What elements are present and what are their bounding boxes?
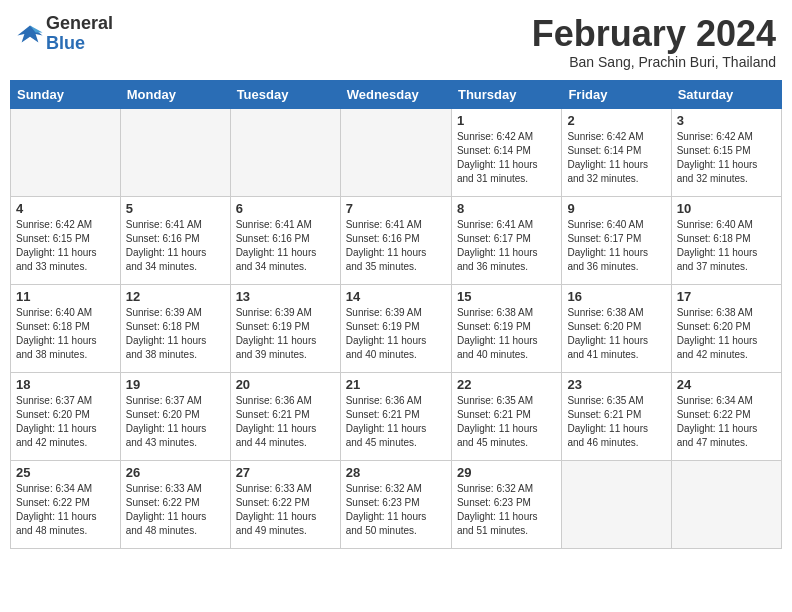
day-number: 18 bbox=[16, 377, 115, 392]
calendar-cell: 9Sunrise: 6:40 AM Sunset: 6:17 PM Daylig… bbox=[562, 196, 671, 284]
day-number: 5 bbox=[126, 201, 225, 216]
day-info: Sunrise: 6:33 AM Sunset: 6:22 PM Dayligh… bbox=[236, 482, 335, 538]
day-info: Sunrise: 6:42 AM Sunset: 6:15 PM Dayligh… bbox=[16, 218, 115, 274]
week-row-2: 4Sunrise: 6:42 AM Sunset: 6:15 PM Daylig… bbox=[11, 196, 782, 284]
day-number: 20 bbox=[236, 377, 335, 392]
weekday-header-saturday: Saturday bbox=[671, 80, 781, 108]
day-number: 26 bbox=[126, 465, 225, 480]
calendar-cell bbox=[340, 108, 451, 196]
day-number: 6 bbox=[236, 201, 335, 216]
day-number: 13 bbox=[236, 289, 335, 304]
calendar-cell bbox=[671, 460, 781, 548]
day-info: Sunrise: 6:36 AM Sunset: 6:21 PM Dayligh… bbox=[236, 394, 335, 450]
day-number: 12 bbox=[126, 289, 225, 304]
day-number: 24 bbox=[677, 377, 776, 392]
day-info: Sunrise: 6:42 AM Sunset: 6:15 PM Dayligh… bbox=[677, 130, 776, 186]
day-number: 17 bbox=[677, 289, 776, 304]
calendar-cell bbox=[230, 108, 340, 196]
week-row-4: 18Sunrise: 6:37 AM Sunset: 6:20 PM Dayli… bbox=[11, 372, 782, 460]
day-info: Sunrise: 6:40 AM Sunset: 6:17 PM Dayligh… bbox=[567, 218, 665, 274]
day-info: Sunrise: 6:35 AM Sunset: 6:21 PM Dayligh… bbox=[567, 394, 665, 450]
calendar-cell: 20Sunrise: 6:36 AM Sunset: 6:21 PM Dayli… bbox=[230, 372, 340, 460]
calendar-cell bbox=[11, 108, 121, 196]
calendar-cell: 1Sunrise: 6:42 AM Sunset: 6:14 PM Daylig… bbox=[451, 108, 561, 196]
day-number: 2 bbox=[567, 113, 665, 128]
month-title: February 2024 bbox=[532, 14, 776, 54]
day-number: 28 bbox=[346, 465, 446, 480]
day-info: Sunrise: 6:41 AM Sunset: 6:16 PM Dayligh… bbox=[126, 218, 225, 274]
weekday-header-sunday: Sunday bbox=[11, 80, 121, 108]
weekday-header-row: SundayMondayTuesdayWednesdayThursdayFrid… bbox=[11, 80, 782, 108]
day-info: Sunrise: 6:36 AM Sunset: 6:21 PM Dayligh… bbox=[346, 394, 446, 450]
logo-text: General Blue bbox=[46, 14, 113, 54]
day-info: Sunrise: 6:35 AM Sunset: 6:21 PM Dayligh… bbox=[457, 394, 556, 450]
day-number: 27 bbox=[236, 465, 335, 480]
day-info: Sunrise: 6:40 AM Sunset: 6:18 PM Dayligh… bbox=[16, 306, 115, 362]
calendar-cell: 18Sunrise: 6:37 AM Sunset: 6:20 PM Dayli… bbox=[11, 372, 121, 460]
calendar-cell: 26Sunrise: 6:33 AM Sunset: 6:22 PM Dayli… bbox=[120, 460, 230, 548]
calendar-cell: 17Sunrise: 6:38 AM Sunset: 6:20 PM Dayli… bbox=[671, 284, 781, 372]
day-info: Sunrise: 6:33 AM Sunset: 6:22 PM Dayligh… bbox=[126, 482, 225, 538]
day-number: 4 bbox=[16, 201, 115, 216]
calendar-cell bbox=[562, 460, 671, 548]
title-block: February 2024 Ban Sang, Prachin Buri, Th… bbox=[532, 14, 776, 70]
calendar-cell: 29Sunrise: 6:32 AM Sunset: 6:23 PM Dayli… bbox=[451, 460, 561, 548]
calendar-cell: 12Sunrise: 6:39 AM Sunset: 6:18 PM Dayli… bbox=[120, 284, 230, 372]
calendar-cell: 28Sunrise: 6:32 AM Sunset: 6:23 PM Dayli… bbox=[340, 460, 451, 548]
calendar-cell: 5Sunrise: 6:41 AM Sunset: 6:16 PM Daylig… bbox=[120, 196, 230, 284]
weekday-header-tuesday: Tuesday bbox=[230, 80, 340, 108]
logo-icon bbox=[16, 20, 44, 48]
calendar-cell: 27Sunrise: 6:33 AM Sunset: 6:22 PM Dayli… bbox=[230, 460, 340, 548]
day-info: Sunrise: 6:39 AM Sunset: 6:19 PM Dayligh… bbox=[236, 306, 335, 362]
calendar-cell: 15Sunrise: 6:38 AM Sunset: 6:19 PM Dayli… bbox=[451, 284, 561, 372]
calendar-cell: 8Sunrise: 6:41 AM Sunset: 6:17 PM Daylig… bbox=[451, 196, 561, 284]
day-number: 15 bbox=[457, 289, 556, 304]
week-row-1: 1Sunrise: 6:42 AM Sunset: 6:14 PM Daylig… bbox=[11, 108, 782, 196]
day-number: 19 bbox=[126, 377, 225, 392]
day-info: Sunrise: 6:38 AM Sunset: 6:20 PM Dayligh… bbox=[567, 306, 665, 362]
calendar-cell: 24Sunrise: 6:34 AM Sunset: 6:22 PM Dayli… bbox=[671, 372, 781, 460]
calendar-cell bbox=[120, 108, 230, 196]
day-info: Sunrise: 6:34 AM Sunset: 6:22 PM Dayligh… bbox=[16, 482, 115, 538]
day-info: Sunrise: 6:41 AM Sunset: 6:16 PM Dayligh… bbox=[346, 218, 446, 274]
weekday-header-thursday: Thursday bbox=[451, 80, 561, 108]
calendar-cell: 6Sunrise: 6:41 AM Sunset: 6:16 PM Daylig… bbox=[230, 196, 340, 284]
weekday-header-friday: Friday bbox=[562, 80, 671, 108]
calendar-cell: 19Sunrise: 6:37 AM Sunset: 6:20 PM Dayli… bbox=[120, 372, 230, 460]
day-info: Sunrise: 6:32 AM Sunset: 6:23 PM Dayligh… bbox=[346, 482, 446, 538]
day-number: 25 bbox=[16, 465, 115, 480]
calendar-cell: 25Sunrise: 6:34 AM Sunset: 6:22 PM Dayli… bbox=[11, 460, 121, 548]
day-number: 22 bbox=[457, 377, 556, 392]
day-info: Sunrise: 6:37 AM Sunset: 6:20 PM Dayligh… bbox=[16, 394, 115, 450]
day-number: 21 bbox=[346, 377, 446, 392]
calendar-cell: 11Sunrise: 6:40 AM Sunset: 6:18 PM Dayli… bbox=[11, 284, 121, 372]
calendar-cell: 16Sunrise: 6:38 AM Sunset: 6:20 PM Dayli… bbox=[562, 284, 671, 372]
week-row-5: 25Sunrise: 6:34 AM Sunset: 6:22 PM Dayli… bbox=[11, 460, 782, 548]
weekday-header-monday: Monday bbox=[120, 80, 230, 108]
logo: General Blue bbox=[16, 14, 113, 54]
day-number: 8 bbox=[457, 201, 556, 216]
day-info: Sunrise: 6:38 AM Sunset: 6:19 PM Dayligh… bbox=[457, 306, 556, 362]
day-info: Sunrise: 6:32 AM Sunset: 6:23 PM Dayligh… bbox=[457, 482, 556, 538]
logo-general-text: General bbox=[46, 14, 113, 34]
day-info: Sunrise: 6:42 AM Sunset: 6:14 PM Dayligh… bbox=[567, 130, 665, 186]
day-number: 29 bbox=[457, 465, 556, 480]
day-number: 9 bbox=[567, 201, 665, 216]
location-title: Ban Sang, Prachin Buri, Thailand bbox=[532, 54, 776, 70]
day-number: 3 bbox=[677, 113, 776, 128]
day-info: Sunrise: 6:42 AM Sunset: 6:14 PM Dayligh… bbox=[457, 130, 556, 186]
calendar-cell: 14Sunrise: 6:39 AM Sunset: 6:19 PM Dayli… bbox=[340, 284, 451, 372]
day-info: Sunrise: 6:38 AM Sunset: 6:20 PM Dayligh… bbox=[677, 306, 776, 362]
page-header: General Blue February 2024 Ban Sang, Pra… bbox=[10, 10, 782, 74]
day-number: 7 bbox=[346, 201, 446, 216]
calendar-table: SundayMondayTuesdayWednesdayThursdayFrid… bbox=[10, 80, 782, 549]
day-info: Sunrise: 6:40 AM Sunset: 6:18 PM Dayligh… bbox=[677, 218, 776, 274]
day-info: Sunrise: 6:41 AM Sunset: 6:16 PM Dayligh… bbox=[236, 218, 335, 274]
day-info: Sunrise: 6:41 AM Sunset: 6:17 PM Dayligh… bbox=[457, 218, 556, 274]
week-row-3: 11Sunrise: 6:40 AM Sunset: 6:18 PM Dayli… bbox=[11, 284, 782, 372]
calendar-cell: 4Sunrise: 6:42 AM Sunset: 6:15 PM Daylig… bbox=[11, 196, 121, 284]
svg-marker-0 bbox=[17, 25, 42, 42]
day-number: 10 bbox=[677, 201, 776, 216]
day-number: 16 bbox=[567, 289, 665, 304]
day-info: Sunrise: 6:34 AM Sunset: 6:22 PM Dayligh… bbox=[677, 394, 776, 450]
